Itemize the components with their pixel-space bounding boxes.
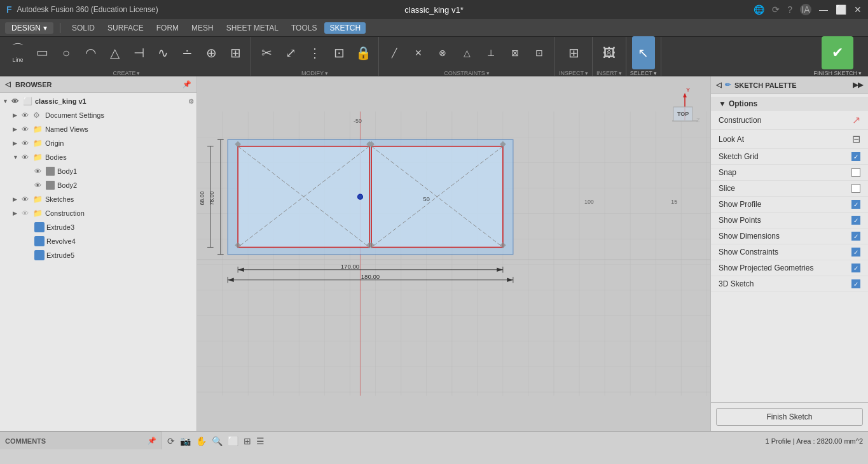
- browser-pin-icon[interactable]: 📌: [183, 80, 191, 88]
- finish-arrow[interactable]: ▾: [858, 70, 862, 76]
- tool-break[interactable]: ⋮: [303, 36, 326, 69]
- svg-marker-75: [683, 93, 687, 97]
- palette-options-header[interactable]: ▼ Options: [711, 97, 868, 111]
- close-btn[interactable]: ✕: [854, 4, 862, 15]
- palette-title: SKETCH PALETTE: [734, 81, 797, 89]
- title-bar: F Autodesk Fusion 360 (Education License…: [0, 0, 868, 19]
- tool-sym[interactable]: ⊡: [528, 36, 551, 69]
- tool-trim[interactable]: ✂: [255, 36, 278, 69]
- toolbar-group-inspect: ⊞ INSPECT ▾: [555, 37, 593, 76]
- tab-solid[interactable]: SOLID: [67, 22, 100, 34]
- tool-equal[interactable]: ⊗: [431, 36, 454, 69]
- status-tool-grid[interactable]: ⊞: [244, 436, 251, 446]
- tool-polygon[interactable]: △: [103, 36, 126, 69]
- tree-body1[interactable]: 👁 Body1: [0, 164, 196, 178]
- tab-mesh[interactable]: MESH: [186, 22, 219, 34]
- palette-row-3dsketch: 3D Sketch ✓: [711, 276, 868, 292]
- palette-collapse-icon[interactable]: ◁: [716, 81, 721, 89]
- tab-surface[interactable]: SURFACE: [102, 22, 149, 34]
- modify-arrow[interactable]: ▾: [325, 70, 328, 76]
- showprofile-checkbox[interactable]: ✓: [851, 200, 860, 209]
- status-tool-rotate[interactable]: ⟳: [167, 436, 175, 446]
- tree-sketches[interactable]: ▶ 👁 📁 Sketches: [0, 192, 196, 206]
- tool-collinear[interactable]: ✕: [407, 36, 430, 69]
- tab-tools[interactable]: TOOLS: [286, 22, 322, 34]
- view-cube[interactable]: Y TOP Z: [666, 83, 704, 121]
- status-tool-pan[interactable]: ✋: [196, 436, 207, 446]
- construction-icon[interactable]: ↗: [852, 114, 860, 126]
- tool-fillet[interactable]: 🔒: [352, 36, 375, 69]
- tree-revolve4[interactable]: Revolve4: [0, 234, 196, 248]
- slice-checkbox[interactable]: [851, 184, 860, 193]
- tree-doc-settings[interactable]: ▶ 👁 ⚙ Document Settings: [0, 108, 196, 122]
- tool-spline[interactable]: ∿: [151, 36, 174, 69]
- toolbar-group-constraints: ╱ ✕ ⊗ △ ⊥ ⊠ ⊡: [379, 37, 555, 76]
- account-icon[interactable]: IA: [800, 4, 811, 15]
- tool-insert[interactable]: 🖼: [598, 36, 621, 69]
- browser-collapse-icon[interactable]: ◁: [5, 80, 10, 88]
- constraints-arrow[interactable]: ▾: [486, 70, 490, 76]
- tool-finish-sketch[interactable]: ✔: [822, 36, 853, 69]
- insert-arrow[interactable]: ▾: [619, 70, 622, 76]
- tree-origin[interactable]: ▶ 👁 📁 Origin: [0, 136, 196, 150]
- tree-origin-label: Origin: [45, 139, 194, 147]
- tool-perp[interactable]: ⊥: [479, 36, 502, 69]
- inspect-arrow[interactable]: ▾: [585, 70, 588, 76]
- showdimensions-checkbox[interactable]: ✓: [851, 232, 860, 241]
- tree-named-views[interactable]: ▶ 👁 📁 Named Views: [0, 122, 196, 136]
- tree-construction[interactable]: ▶ 👁 📁 Construction: [0, 206, 196, 220]
- tool-ellipse[interactable]: ⊕: [200, 36, 223, 69]
- status-tool-camera[interactable]: 📷: [180, 436, 191, 446]
- palette-header: ◁ ✏ SKETCH PALETTE ▶▶: [711, 76, 868, 94]
- select-arrow[interactable]: ▾: [654, 70, 657, 76]
- tree-extrude5[interactable]: Extrude5: [0, 248, 196, 262]
- lookat-icon[interactable]: ⊟: [852, 133, 860, 145]
- tab-form[interactable]: FORM: [151, 22, 184, 34]
- tool-coincident[interactable]: ╱: [383, 36, 406, 69]
- tool-fix[interactable]: ⊠: [504, 36, 527, 69]
- tool-parallel[interactable]: △: [455, 36, 478, 69]
- snap-label: Snap: [719, 168, 736, 177]
- snap-checkbox[interactable]: [851, 168, 860, 177]
- status-tool-zoom[interactable]: 🔍: [212, 436, 223, 446]
- create-arrow[interactable]: ▾: [137, 70, 140, 76]
- 3dsketch-checkbox[interactable]: ✓: [851, 279, 860, 288]
- tree-extrude3[interactable]: Extrude3: [0, 220, 196, 234]
- sketch-canvas: 170.00 180.00 78.00 68.00 50 -50: [197, 76, 710, 431]
- menu-design[interactable]: DESIGN ▾: [5, 22, 53, 34]
- tree-root-settings-icon[interactable]: ⚙: [188, 98, 194, 105]
- svg-point-41: [357, 194, 362, 199]
- tool-select[interactable]: ↖: [632, 36, 655, 69]
- file-name: classic_king v1*: [404, 5, 464, 15]
- tool-extend[interactable]: ⤢: [279, 36, 302, 69]
- tool-point[interactable]: ⊞: [224, 36, 247, 69]
- tool-inspect[interactable]: ⊞: [562, 36, 585, 69]
- tree-body2[interactable]: 👁 Body2: [0, 178, 196, 192]
- tree-root[interactable]: ▼ 👁 ⬜ classic_king v1 ⚙: [0, 94, 196, 108]
- help-icon[interactable]: ?: [787, 4, 792, 15]
- showprojected-checkbox[interactable]: ✓: [851, 264, 860, 272]
- tool-arc[interactable]: ◠: [79, 36, 102, 69]
- tab-sheetmetal[interactable]: SHEET METAL: [221, 22, 284, 34]
- tool-conic[interactable]: ∸: [176, 36, 198, 69]
- showconstraints-checkbox[interactable]: ✓: [851, 248, 860, 257]
- sketchgrid-checkbox[interactable]: ✓: [851, 152, 860, 161]
- comments-pin-icon[interactable]: 📌: [148, 437, 156, 445]
- palette-expand-icon[interactable]: ▶▶: [853, 81, 863, 89]
- tool-rectangle[interactable]: ▭: [31, 36, 53, 69]
- tool-slot[interactable]: ⊣: [127, 36, 150, 69]
- maximize-btn[interactable]: ⬜: [836, 4, 846, 15]
- status-tool-select1[interactable]: ⬜: [228, 436, 238, 446]
- finish-sketch-button[interactable]: Finish Sketch: [716, 408, 863, 426]
- palette-row-showprofile: Show Profile ✓: [711, 197, 868, 213]
- minimize-btn[interactable]: —: [819, 4, 828, 15]
- tool-circle[interactable]: ○: [55, 36, 78, 69]
- tree-bodies[interactable]: ▼ 👁 📁 Bodies: [0, 150, 196, 164]
- status-tool-more[interactable]: ☰: [256, 436, 265, 446]
- inspect-label: INSPECT: [559, 70, 584, 76]
- tool-scale[interactable]: ⊡: [327, 36, 350, 69]
- tool-line[interactable]: ⌒Line: [6, 36, 29, 69]
- showpoints-checkbox[interactable]: ✓: [851, 216, 860, 225]
- canvas-area[interactable]: 170.00 180.00 78.00 68.00 50 -50: [197, 76, 710, 431]
- tab-sketch[interactable]: SKETCH: [324, 22, 366, 34]
